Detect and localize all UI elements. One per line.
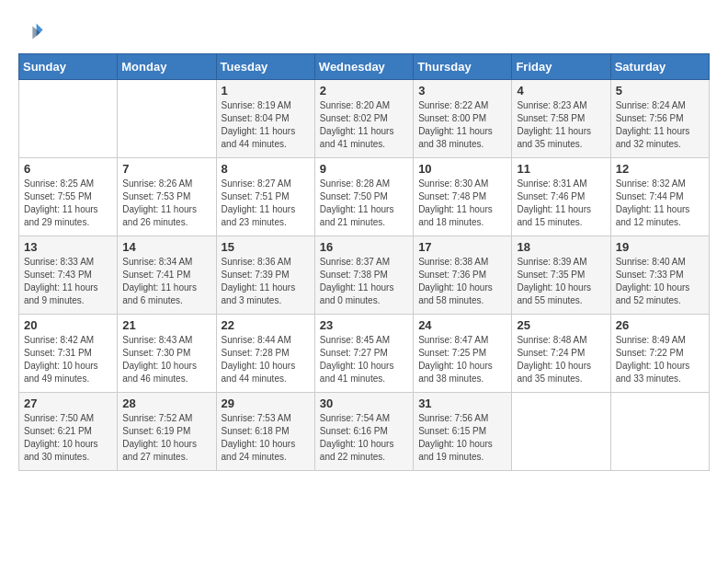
day-detail: Sunrise: 8:24 AM Sunset: 7:56 PM Dayligh… — [616, 99, 704, 151]
day-number: 17 — [418, 240, 506, 254]
calendar-cell: 19Sunrise: 8:40 AM Sunset: 7:33 PM Dayli… — [610, 236, 709, 315]
calendar-cell — [118, 80, 216, 158]
day-number: 1 — [222, 84, 310, 98]
day-number: 2 — [320, 84, 408, 98]
day-detail: Sunrise: 7:52 AM Sunset: 6:19 PM Dayligh… — [122, 412, 210, 464]
day-number: 24 — [418, 318, 506, 332]
calendar-table: SundayMondayTuesdayWednesdayThursdayFrid… — [18, 53, 710, 471]
day-detail: Sunrise: 8:20 AM Sunset: 8:02 PM Dayligh… — [320, 99, 408, 151]
day-number: 12 — [616, 162, 704, 176]
page-header — [18, 18, 710, 44]
day-number: 23 — [320, 318, 408, 332]
col-header-friday: Friday — [512, 54, 610, 80]
day-number: 21 — [122, 318, 210, 332]
col-header-thursday: Thursday — [414, 54, 512, 80]
calendar-cell: 14Sunrise: 8:34 AM Sunset: 7:41 PM Dayli… — [118, 236, 216, 315]
calendar-cell: 20Sunrise: 8:42 AM Sunset: 7:31 PM Dayli… — [19, 315, 118, 393]
day-detail: Sunrise: 8:31 AM Sunset: 7:46 PM Dayligh… — [517, 178, 605, 229]
day-number: 8 — [222, 162, 310, 176]
calendar-cell: 30Sunrise: 7:54 AM Sunset: 6:16 PM Dayli… — [314, 393, 413, 471]
day-detail: Sunrise: 8:30 AM Sunset: 7:48 PM Dayligh… — [418, 178, 506, 229]
day-number: 15 — [222, 240, 310, 254]
calendar-cell: 10Sunrise: 8:30 AM Sunset: 7:48 PM Dayli… — [414, 158, 512, 236]
day-detail: Sunrise: 8:23 AM Sunset: 7:58 PM Dayligh… — [517, 99, 605, 151]
calendar-cell: 16Sunrise: 8:37 AM Sunset: 7:38 PM Dayli… — [314, 236, 413, 315]
day-number: 30 — [320, 396, 408, 410]
day-number: 16 — [320, 240, 408, 254]
calendar-week-1: 1Sunrise: 8:19 AM Sunset: 8:04 PM Daylig… — [19, 80, 710, 158]
day-number: 20 — [24, 318, 112, 332]
day-detail: Sunrise: 8:38 AM Sunset: 7:36 PM Dayligh… — [418, 256, 506, 307]
calendar-cell: 1Sunrise: 8:19 AM Sunset: 8:04 PM Daylig… — [216, 80, 314, 158]
day-detail: Sunrise: 8:27 AM Sunset: 7:51 PM Dayligh… — [222, 178, 310, 229]
day-number: 18 — [517, 240, 605, 254]
day-number: 27 — [24, 396, 112, 410]
calendar-cell: 27Sunrise: 7:50 AM Sunset: 6:21 PM Dayli… — [19, 393, 118, 471]
day-detail: Sunrise: 8:40 AM Sunset: 7:33 PM Dayligh… — [616, 256, 704, 307]
calendar-cell: 3Sunrise: 8:22 AM Sunset: 8:00 PM Daylig… — [414, 80, 512, 158]
day-number: 22 — [222, 318, 310, 332]
calendar-cell: 25Sunrise: 8:48 AM Sunset: 7:24 PM Dayli… — [512, 315, 610, 393]
day-number: 25 — [517, 318, 605, 332]
day-detail: Sunrise: 8:28 AM Sunset: 7:50 PM Dayligh… — [320, 178, 408, 229]
day-number: 4 — [517, 84, 605, 98]
day-detail: Sunrise: 8:26 AM Sunset: 7:53 PM Dayligh… — [122, 178, 210, 229]
day-detail: Sunrise: 8:36 AM Sunset: 7:39 PM Dayligh… — [222, 256, 310, 307]
day-detail: Sunrise: 8:32 AM Sunset: 7:44 PM Dayligh… — [616, 178, 704, 229]
calendar-cell: 22Sunrise: 8:44 AM Sunset: 7:28 PM Dayli… — [216, 315, 314, 393]
calendar-cell: 6Sunrise: 8:25 AM Sunset: 7:55 PM Daylig… — [19, 158, 118, 236]
calendar-cell: 9Sunrise: 8:28 AM Sunset: 7:50 PM Daylig… — [314, 158, 413, 236]
day-detail: Sunrise: 8:19 AM Sunset: 8:04 PM Dayligh… — [222, 99, 310, 151]
calendar-cell: 17Sunrise: 8:38 AM Sunset: 7:36 PM Dayli… — [414, 236, 512, 315]
day-number: 9 — [320, 162, 408, 176]
day-detail: Sunrise: 8:42 AM Sunset: 7:31 PM Dayligh… — [24, 334, 112, 385]
day-detail: Sunrise: 7:56 AM Sunset: 6:15 PM Dayligh… — [418, 412, 506, 464]
col-header-sunday: Sunday — [19, 54, 118, 80]
col-header-tuesday: Tuesday — [216, 54, 314, 80]
col-header-saturday: Saturday — [610, 54, 709, 80]
calendar-cell — [19, 80, 118, 158]
day-detail: Sunrise: 8:34 AM Sunset: 7:41 PM Dayligh… — [122, 256, 210, 307]
day-detail: Sunrise: 7:53 AM Sunset: 6:18 PM Dayligh… — [222, 412, 310, 464]
day-number: 10 — [418, 162, 506, 176]
logo — [18, 18, 46, 44]
calendar-cell: 13Sunrise: 8:33 AM Sunset: 7:43 PM Dayli… — [19, 236, 118, 315]
day-number: 3 — [418, 84, 506, 98]
calendar-cell: 15Sunrise: 8:36 AM Sunset: 7:39 PM Dayli… — [216, 236, 314, 315]
day-number: 31 — [418, 396, 506, 410]
day-number: 11 — [517, 162, 605, 176]
calendar-cell — [512, 393, 610, 471]
calendar-cell: 26Sunrise: 8:49 AM Sunset: 7:22 PM Dayli… — [610, 315, 709, 393]
logo-icon — [18, 18, 44, 44]
day-number: 28 — [122, 396, 210, 410]
col-header-wednesday: Wednesday — [314, 54, 413, 80]
day-number: 6 — [24, 162, 112, 176]
day-number: 19 — [616, 240, 704, 254]
day-number: 7 — [122, 162, 210, 176]
day-detail: Sunrise: 8:43 AM Sunset: 7:30 PM Dayligh… — [122, 334, 210, 385]
day-detail: Sunrise: 8:45 AM Sunset: 7:27 PM Dayligh… — [320, 334, 408, 385]
col-header-monday: Monday — [118, 54, 216, 80]
calendar-cell: 24Sunrise: 8:47 AM Sunset: 7:25 PM Dayli… — [414, 315, 512, 393]
calendar-header: SundayMondayTuesdayWednesdayThursdayFrid… — [19, 54, 710, 80]
day-detail: Sunrise: 8:22 AM Sunset: 8:00 PM Dayligh… — [418, 99, 506, 151]
calendar-cell: 7Sunrise: 8:26 AM Sunset: 7:53 PM Daylig… — [118, 158, 216, 236]
day-detail: Sunrise: 7:54 AM Sunset: 6:16 PM Dayligh… — [320, 412, 408, 464]
day-detail: Sunrise: 8:39 AM Sunset: 7:35 PM Dayligh… — [517, 256, 605, 307]
calendar-week-5: 27Sunrise: 7:50 AM Sunset: 6:21 PM Dayli… — [19, 393, 710, 471]
calendar-cell: 12Sunrise: 8:32 AM Sunset: 7:44 PM Dayli… — [610, 158, 709, 236]
calendar-cell: 28Sunrise: 7:52 AM Sunset: 6:19 PM Dayli… — [118, 393, 216, 471]
calendar-cell: 21Sunrise: 8:43 AM Sunset: 7:30 PM Dayli… — [118, 315, 216, 393]
day-detail: Sunrise: 8:49 AM Sunset: 7:22 PM Dayligh… — [616, 334, 704, 385]
day-detail: Sunrise: 8:44 AM Sunset: 7:28 PM Dayligh… — [222, 334, 310, 385]
calendar-cell: 2Sunrise: 8:20 AM Sunset: 8:02 PM Daylig… — [314, 80, 413, 158]
calendar-cell — [610, 393, 709, 471]
calendar-cell: 8Sunrise: 8:27 AM Sunset: 7:51 PM Daylig… — [216, 158, 314, 236]
day-number: 14 — [122, 240, 210, 254]
day-number: 5 — [616, 84, 704, 98]
day-detail: Sunrise: 8:25 AM Sunset: 7:55 PM Dayligh… — [24, 178, 112, 229]
calendar-cell: 29Sunrise: 7:53 AM Sunset: 6:18 PM Dayli… — [216, 393, 314, 471]
calendar-cell: 5Sunrise: 8:24 AM Sunset: 7:56 PM Daylig… — [610, 80, 709, 158]
calendar-cell: 18Sunrise: 8:39 AM Sunset: 7:35 PM Dayli… — [512, 236, 610, 315]
calendar-cell: 31Sunrise: 7:56 AM Sunset: 6:15 PM Dayli… — [414, 393, 512, 471]
